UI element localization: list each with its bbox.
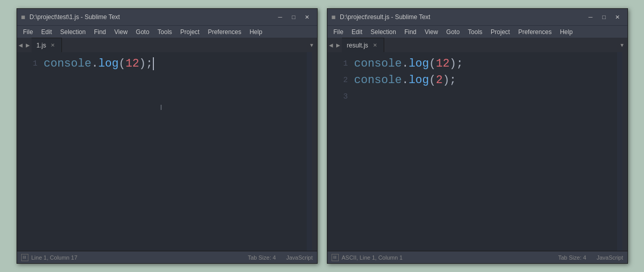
- tab-resultjs[interactable]: result.js ✕: [342, 38, 384, 52]
- code-line-2-3: [354, 88, 617, 105]
- scrollbar-v-2[interactable]: [622, 52, 627, 251]
- window-1: ■ D:\project\test\1.js - Sublime Text ─ …: [17, 8, 318, 264]
- menu-bar-2: File Edit Selection Find View Goto Tools…: [327, 25, 627, 38]
- window-title-2: D:\project\result.js - Sublime Text: [340, 13, 581, 21]
- status-left-1: ⊟ Line 1, Column 17: [21, 254, 77, 261]
- status-tab-size-1: Tab Size: 4: [248, 254, 276, 261]
- menu-project-2[interactable]: Project: [486, 27, 514, 37]
- tab-1js[interactable]: 1.js ✕: [32, 38, 62, 52]
- gutter-2: 1 2 3: [327, 52, 354, 251]
- window-controls-1: ─ □ ✕: [275, 13, 313, 21]
- line-num-2-2: 2: [327, 72, 354, 88]
- tab-next-1[interactable]: ▶: [24, 38, 32, 52]
- close-button-1[interactable]: ✕: [302, 13, 313, 21]
- maximize-button-2[interactable]: □: [599, 13, 610, 21]
- status-right-2: Tab Size: 4 JavaScript: [558, 254, 623, 261]
- status-lang-2: JavaScript: [596, 254, 623, 261]
- line-num-2-3: 3: [327, 88, 354, 105]
- status-icon-1: ⊟: [21, 254, 28, 261]
- tab-close-2[interactable]: ✕: [371, 42, 379, 49]
- tab-dropdown-2[interactable]: ▼: [617, 38, 627, 52]
- status-right-1: Tab Size: 4 JavaScript: [248, 254, 313, 261]
- menu-view-2[interactable]: View: [420, 27, 442, 37]
- tab-label-1: 1.js: [37, 42, 46, 49]
- code-line-2-1: console.log(12);: [354, 55, 617, 72]
- tab-prev-2[interactable]: ◀: [327, 38, 335, 52]
- window-controls-2: ─ □ ✕: [585, 13, 623, 21]
- menu-tools-1[interactable]: Tools: [153, 27, 176, 37]
- minimap-2: [617, 52, 622, 251]
- menu-goto-1[interactable]: Goto: [132, 27, 153, 37]
- title-bar-1: ■ D:\project\test\1.js - Sublime Text ─ …: [17, 9, 317, 25]
- menu-selection-2[interactable]: Selection: [367, 27, 400, 37]
- minimize-button-1[interactable]: ─: [275, 13, 286, 21]
- tab-close-1[interactable]: ✕: [49, 42, 56, 49]
- line-num-2-1: 1: [327, 55, 354, 72]
- menu-edit-2[interactable]: Edit: [348, 27, 367, 37]
- menu-find-2[interactable]: Find: [400, 27, 420, 37]
- code-console-1: console: [44, 57, 91, 70]
- menu-bar-1: File Edit Selection Find View Goto Tools…: [17, 25, 317, 38]
- status-icon-2: ⊟: [332, 254, 339, 261]
- scrollbar-v-1[interactable]: [312, 52, 317, 251]
- tab-dropdown-1[interactable]: ▼: [307, 38, 317, 52]
- status-left-2: ⊟ ASCII, Line 1, Column 1: [332, 254, 403, 261]
- maximize-button-1[interactable]: □: [288, 13, 300, 21]
- code-area-2[interactable]: console.log(12); console.log(2);: [354, 52, 617, 251]
- code-line-1-1: console.log(12);: [44, 55, 307, 72]
- status-bar-1: ⊟ Line 1, Column 17 Tab Size: 4 JavaScri…: [17, 251, 317, 263]
- status-tab-size-2: Tab Size: 4: [558, 254, 586, 261]
- menu-edit-1[interactable]: Edit: [37, 27, 56, 37]
- app-icon-1: ■: [21, 13, 25, 21]
- menu-tools-2[interactable]: Tools: [464, 27, 486, 37]
- minimap-1: [307, 52, 312, 251]
- menu-help-2[interactable]: Help: [556, 27, 577, 37]
- window-title-1: D:\project\test\1.js - Sublime Text: [29, 13, 271, 21]
- menu-selection-1[interactable]: Selection: [56, 27, 90, 37]
- editor-area-1[interactable]: 1 console.log(12);: [17, 52, 317, 251]
- close-button-2[interactable]: ✕: [612, 13, 623, 21]
- window-2: ■ D:\project\result.js - Sublime Text ─ …: [327, 8, 628, 264]
- menu-file-1[interactable]: File: [19, 27, 37, 37]
- status-lang-1: JavaScript: [286, 254, 312, 261]
- gutter-1: 1: [17, 52, 44, 251]
- editor-area-2[interactable]: 1 2 3 console.log(12); console.log(2);: [327, 52, 627, 251]
- status-position-2: ASCII, Line 1, Column 1: [342, 254, 403, 261]
- menu-preferences-1[interactable]: Preferences: [203, 27, 245, 37]
- tab-next-2[interactable]: ▶: [335, 38, 342, 52]
- tab-bar-1: ◀ ▶ 1.js ✕ ▼: [17, 38, 317, 52]
- menu-goto-2[interactable]: Goto: [442, 27, 464, 37]
- menu-file-2[interactable]: File: [329, 27, 348, 37]
- title-bar-2: ■ D:\project\result.js - Sublime Text ─ …: [327, 9, 627, 25]
- menu-help-1[interactable]: Help: [245, 27, 266, 37]
- menu-find-1[interactable]: Find: [90, 27, 110, 37]
- tab-prev-1[interactable]: ◀: [17, 38, 24, 52]
- tab-label-2: result.js: [347, 42, 368, 49]
- status-bar-2: ⊟ ASCII, Line 1, Column 1 Tab Size: 4 Ja…: [327, 251, 627, 263]
- code-line-2-2: console.log(2);: [354, 72, 617, 88]
- minimize-button-2[interactable]: ─: [585, 13, 596, 21]
- code-area-1[interactable]: console.log(12);: [44, 52, 307, 251]
- status-position-1: Line 1, Column 17: [32, 254, 77, 261]
- menu-project-1[interactable]: Project: [176, 27, 203, 37]
- menu-view-1[interactable]: View: [110, 27, 132, 37]
- app-icon-2: ■: [332, 13, 336, 21]
- menu-preferences-2[interactable]: Preferences: [514, 27, 556, 37]
- tab-bar-2: ◀ ▶ result.js ✕ ▼: [327, 38, 627, 52]
- line-num-1-1: 1: [17, 55, 44, 72]
